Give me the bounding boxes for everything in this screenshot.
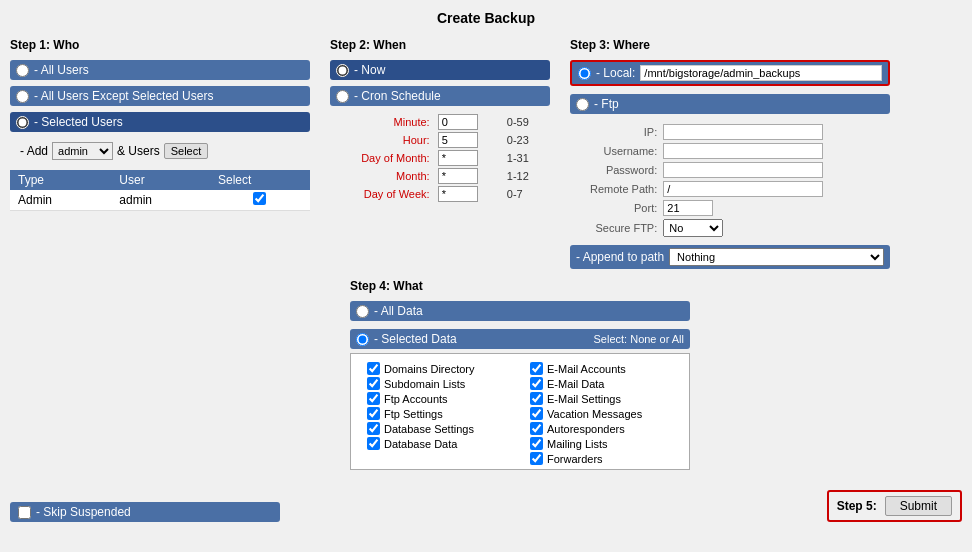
option-ftp[interactable]: - Ftp — [570, 94, 890, 114]
select-none-all[interactable]: Select: None or All — [594, 333, 685, 345]
all-users-label: - All Users — [34, 63, 89, 77]
radio-ftp[interactable] — [576, 98, 589, 111]
option-selected-data[interactable]: - Selected Data Select: None or All — [350, 329, 690, 349]
month-range: 1-12 — [507, 170, 550, 182]
forwarders-label: Forwarders — [547, 453, 603, 465]
step2-label: Step 2: — [330, 38, 370, 52]
row-select[interactable] — [210, 190, 310, 211]
cb-subdomain-lists[interactable] — [367, 377, 380, 390]
step4-title: Step 4: What — [350, 279, 690, 293]
item-email-settings: E-Mail Settings — [530, 392, 683, 405]
add-user-row: - Add admin reseller user & Users Select — [10, 142, 310, 160]
except-users-label: - All Users Except Selected Users — [34, 89, 213, 103]
radio-except-users[interactable] — [16, 90, 29, 103]
option-selected-users[interactable]: - Selected Users — [10, 112, 310, 132]
minute-label: Minute: — [340, 116, 430, 128]
cb-email-data[interactable] — [530, 377, 543, 390]
option-all-users[interactable]: - All Users — [10, 60, 310, 80]
radio-now[interactable] — [336, 64, 349, 77]
hour-range: 0-23 — [507, 134, 550, 146]
username-input[interactable] — [663, 143, 823, 159]
hour-input[interactable] — [438, 132, 478, 148]
ip-label: IP: — [590, 126, 657, 138]
users-table: Type User Select Admin admin — [10, 170, 310, 211]
cb-forwarders[interactable] — [530, 452, 543, 465]
cb-autoresponders[interactable] — [530, 422, 543, 435]
step4-content: Domains Directory E-Mail Accounts Subdom… — [350, 353, 690, 470]
page-title: Create Backup — [10, 10, 962, 26]
item-email-data: E-Mail Data — [530, 377, 683, 390]
email-settings-label: E-Mail Settings — [547, 393, 621, 405]
password-input[interactable] — [663, 162, 823, 178]
item-database-data: Database Data — [367, 437, 520, 450]
remote-path-input[interactable] — [663, 181, 823, 197]
cb-vacation-messages[interactable] — [530, 407, 543, 420]
mailing-lists-label: Mailing Lists — [547, 438, 608, 450]
step1-bold: Who — [53, 38, 79, 52]
cb-ftp-settings[interactable] — [367, 407, 380, 420]
cb-email-accounts[interactable] — [530, 362, 543, 375]
option-now[interactable]: - Now — [330, 60, 550, 80]
user-type-select[interactable]: admin reseller user — [52, 142, 113, 160]
ip-input[interactable] — [663, 124, 823, 140]
subdomain-lists-label: Subdomain Lists — [384, 378, 465, 390]
cb-ftp-accounts[interactable] — [367, 392, 380, 405]
skip-suspended-bar[interactable]: - Skip Suspended — [10, 502, 280, 522]
ftp-accounts-label: Ftp Accounts — [384, 393, 448, 405]
autoresponders-label: Autoresponders — [547, 423, 625, 435]
ftp-label: - Ftp — [594, 97, 619, 111]
secure-ftp-label: Secure FTP: — [590, 222, 657, 234]
bottom-row: - Skip Suspended Step 5: Submit — [10, 490, 962, 522]
add-label: - Add — [20, 144, 48, 158]
step5-area: Step 5: Submit — [827, 490, 962, 522]
step4-block: Step 4: What - All Data - Selected Data … — [350, 279, 690, 470]
skip-suspended-checkbox[interactable] — [18, 506, 31, 519]
radio-all-data[interactable] — [356, 305, 369, 318]
item-domains-directory: Domains Directory — [367, 362, 520, 375]
dom-input[interactable] — [438, 150, 478, 166]
append-bar[interactable]: - Append to path Nothing Domain Date — [570, 245, 890, 269]
month-label: Month: — [340, 170, 430, 182]
database-settings-label: Database Settings — [384, 423, 474, 435]
item-empty — [367, 452, 520, 465]
step3-label: Step 3: — [570, 38, 610, 52]
step1-label: Step 1: — [10, 38, 50, 52]
step3-bold: Where — [613, 38, 650, 52]
minute-input[interactable] — [438, 114, 478, 130]
local-label: - Local: — [596, 66, 635, 80]
col-type: Type — [10, 170, 111, 190]
radio-selected-users[interactable] — [16, 116, 29, 129]
cb-domains-directory[interactable] — [367, 362, 380, 375]
local-path-input[interactable] — [640, 65, 882, 81]
radio-all-users[interactable] — [16, 64, 29, 77]
cb-database-data[interactable] — [367, 437, 380, 450]
cb-email-settings[interactable] — [530, 392, 543, 405]
radio-local[interactable] — [578, 67, 591, 80]
append-label: - Append to path — [576, 250, 664, 264]
option-cron[interactable]: - Cron Schedule — [330, 86, 550, 106]
ftp-grid: IP: Username: Password: Remote Path: Por… — [590, 124, 890, 237]
select-users-button[interactable]: Select — [164, 143, 209, 159]
month-input[interactable] — [438, 168, 478, 184]
submit-button[interactable]: Submit — [885, 496, 952, 516]
col-select: Select — [210, 170, 310, 190]
secure-ftp-select[interactable]: No Yes — [663, 219, 723, 237]
row-checkbox[interactable] — [253, 192, 266, 205]
item-autoresponders: Autoresponders — [530, 422, 683, 435]
row-user: admin — [111, 190, 210, 211]
email-data-label: E-Mail Data — [547, 378, 604, 390]
option-except-users[interactable]: - All Users Except Selected Users — [10, 86, 310, 106]
append-select[interactable]: Nothing Domain Date — [669, 248, 884, 266]
port-input[interactable] — [663, 200, 713, 216]
cb-mailing-lists[interactable] — [530, 437, 543, 450]
option-all-data[interactable]: - All Data — [350, 301, 690, 321]
radio-cron[interactable] — [336, 90, 349, 103]
ftp-section: IP: Username: Password: Remote Path: Por… — [570, 124, 890, 237]
cb-database-settings[interactable] — [367, 422, 380, 435]
dom-range: 1-31 — [507, 152, 550, 164]
step2-block: Step 2: When - Now - Cron Schedule Minut… — [330, 38, 550, 202]
dow-input[interactable] — [438, 186, 478, 202]
radio-selected-data[interactable] — [356, 333, 369, 346]
option-local[interactable]: - Local: — [570, 60, 890, 86]
item-vacation-messages: Vacation Messages — [530, 407, 683, 420]
